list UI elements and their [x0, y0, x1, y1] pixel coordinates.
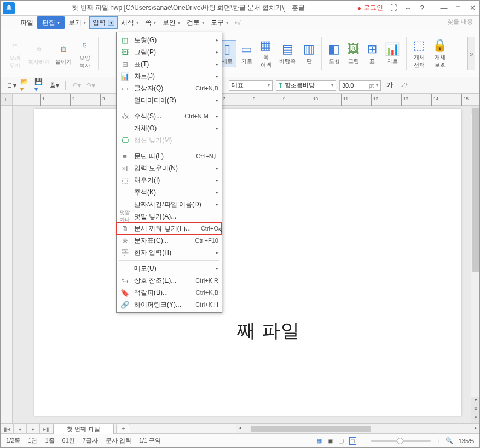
menu-tools[interactable]: 도구▾ [207, 16, 232, 29]
ribbon-shape[interactable]: ◧ 도형 [325, 41, 343, 67]
menu-hanja[interactable]: 字한자 입력(H)▸ [117, 246, 222, 259]
view-mode3-icon[interactable]: ▢ [338, 437, 344, 444]
style-combo[interactable]: 대표▾ [229, 80, 273, 91]
cursor-icon: ↖ [218, 227, 223, 234]
document-viewport[interactable]: 째 파일 [13, 106, 471, 423]
menu-picture[interactable]: 🖼그림(P)▸ [117, 46, 222, 58]
select-icon: ⬚ [413, 38, 425, 53]
picture-icon: 🖼 [120, 47, 130, 57]
ribbon-scroll-right[interactable]: » [467, 37, 475, 70]
bold-button[interactable]: 가 [384, 80, 395, 91]
break-icon: ≡ [120, 151, 130, 161]
ribbon-cover[interactable]: ▤ 바탕쪽 [276, 41, 299, 67]
ribbon-copy[interactable]: ⧉ 복사하기 [26, 41, 52, 67]
menu-extra[interactable]: •√ [232, 18, 244, 28]
scroll-thumb[interactable] [472, 108, 479, 272]
menu-object[interactable]: 개체(O)▸ [117, 122, 222, 134]
save-icon[interactable]: 💾▾ [34, 80, 45, 91]
menu-memo[interactable]: 메모(U)▸ [117, 262, 222, 274]
menu-datetime[interactable]: 날짜/시간/파일 이름(D)▸ [117, 198, 222, 210]
font-combo[interactable]: T함초롬바탕▾ [276, 80, 336, 91]
view-mode1-icon[interactable]: ▦ [316, 437, 322, 444]
help-icon[interactable]: ? [417, 4, 427, 12]
menu-chartable[interactable]: ※문자표(C)...Ctrl+F10 [117, 234, 222, 246]
ribbon-obj-protect[interactable]: 🔒 개체 보호 [429, 37, 450, 71]
ribbon-margin[interactable]: ▦ 쪽 여백 [257, 37, 275, 71]
menu-format[interactable]: 서식▾ [118, 16, 142, 29]
ribbon-picture[interactable]: 🖼 그림 [344, 41, 363, 67]
font-size-combo[interactable]: 30.0pt▾ [339, 80, 381, 91]
zoom-value[interactable]: 135% [459, 438, 474, 444]
menu-sectionbreak[interactable]: ≡문단 띠(L)Ctrl+N,L [117, 150, 222, 162]
maximize-button[interactable]: □ [453, 4, 463, 12]
menu-edit[interactable]: 편집▾ [37, 16, 65, 29]
undo-icon[interactable]: ↶▾ [71, 80, 82, 91]
ribbon-cut[interactable]: ✂ 오려 두기 [5, 37, 25, 71]
add-tab-button[interactable]: + [116, 424, 130, 434]
zoom-out-button[interactable]: − [362, 438, 365, 444]
menu-multimedia[interactable]: 멀티미디어(R)▸ [117, 94, 222, 106]
print-icon[interactable]: 🖶▾ [49, 80, 60, 91]
menu-fill[interactable]: ⬚채우기(I)▸ [117, 174, 222, 186]
menu-insert-document[interactable]: 🗎 문서 끼워 넣기(F)... Ctrl+O ↖ [117, 222, 222, 234]
menu-chart[interactable]: 📊차트(J)▸ [117, 70, 222, 82]
tab-nav-prev[interactable]: ◂ [14, 424, 27, 434]
login-button[interactable]: 로그인 [357, 3, 383, 13]
close-button[interactable]: ✕ [467, 4, 477, 12]
horizontal-scrollbar[interactable]: ◂ ▸ [236, 424, 479, 433]
quick-access-bar: 🗋▾ 📂▾ 💾▾ 🖶▾ ↶▾ ↷▾ 대표▾ T함초롬바탕▾ 30.0pt▾ 가 … [1, 77, 479, 94]
fit-icon[interactable]: ↔ [403, 4, 413, 12]
open-icon[interactable]: 📂▾ [20, 80, 31, 91]
scroll-down-arrow-icon[interactable]: ▾ [471, 397, 479, 406]
ribbon-paste[interactable]: 📋 붙이기 [53, 41, 74, 67]
tab-nav-last[interactable]: ▸▮ [40, 424, 53, 434]
scroll-right-arrow-icon[interactable]: ▸ [475, 425, 477, 430]
zoom-slider[interactable] [371, 440, 431, 442]
document-tab[interactable]: 첫 번째 파일 [53, 424, 114, 434]
vertical-scrollbar[interactable]: ▴ ▾ ≡ ▾ [471, 106, 479, 423]
menu-equation[interactable]: √x수식(S)...Ctrl+N,M▸ [117, 110, 222, 122]
menu-overtype[interactable]: 덧말가나덧말 넣기(A)... [117, 210, 222, 222]
zoom-fit-icon[interactable]: 🔍 [446, 437, 453, 444]
ribbon-column[interactable]: ▥ 단 [300, 41, 318, 67]
chart-icon: 📊 [120, 71, 130, 81]
menu-table[interactable]: ⊞표(T)▸ [117, 58, 222, 70]
tab-nav-first[interactable]: ▮◂ [1, 424, 14, 434]
ribbon-format-copy[interactable]: ⎘ 모양 복사 [75, 37, 95, 71]
menu-review[interactable]: 검토▾ [183, 16, 207, 29]
redo-icon[interactable]: ↷▾ [85, 80, 96, 91]
view-mode4-icon[interactable]: □ [349, 437, 356, 445]
window-controls: ⛶ ↔ ? — □ ✕ [389, 4, 477, 12]
italic-button[interactable]: 가 [398, 80, 409, 91]
expand-icon[interactable]: ⛶ [389, 4, 398, 12]
menu-security[interactable]: 보안▾ [159, 16, 183, 29]
menu-input[interactable]: 입력▾ [89, 16, 118, 29]
ribbon-horizontal[interactable]: ▭ 가로 [238, 41, 256, 67]
menu-shape[interactable]: ◫도형(G)▸ [117, 34, 222, 46]
minimize-button[interactable]: — [439, 4, 449, 12]
ribbon-table[interactable]: ⊞ 표 [364, 41, 380, 67]
menu-textbox[interactable]: ▭글상자(Q)Ctrl+N,B [117, 82, 222, 94]
menu-file[interactable]: 파일 [17, 16, 37, 29]
next-page-icon[interactable]: ▾ [471, 415, 479, 423]
scroll-left-arrow-icon[interactable]: ◂ [239, 425, 241, 430]
menu-hyperlink[interactable]: 🔗하이퍼링크(Y)...Ctrl+K,H [117, 298, 222, 311]
new-doc-icon[interactable]: 🗋▾ [6, 80, 17, 91]
zoom-knob[interactable] [397, 438, 403, 444]
menu-bookmark[interactable]: 🔖책갈피(B)...Ctrl+K,B [117, 286, 222, 298]
prev-page-icon[interactable]: ≡ [471, 406, 479, 415]
menu-view[interactable]: 보기▾ [65, 16, 89, 29]
menu-comment[interactable]: 주석(K)▸ [117, 186, 222, 198]
document-page[interactable] [34, 109, 461, 416]
ribbon-chart[interactable]: 📊 차트 [381, 41, 403, 67]
menu-input-helper[interactable]: ×I입력 도우미(N)▸ [117, 162, 222, 174]
zoom-in-button[interactable]: + [436, 438, 439, 444]
chart-icon: 📊 [385, 42, 400, 56]
view-mode2-icon[interactable]: ▣ [327, 437, 333, 444]
tab-nav-next[interactable]: ▸ [27, 424, 40, 434]
ribbon-obj-select[interactable]: ⬚ 개체 선택 [410, 37, 428, 71]
search-box[interactable]: 찾을 내용 [447, 18, 473, 26]
hscroll-thumb[interactable] [251, 426, 371, 432]
menu-crossref[interactable]: ⮑상호 참조(E)...Ctrl+K,R [117, 274, 222, 286]
menu-page[interactable]: 쪽▾ [142, 16, 159, 29]
